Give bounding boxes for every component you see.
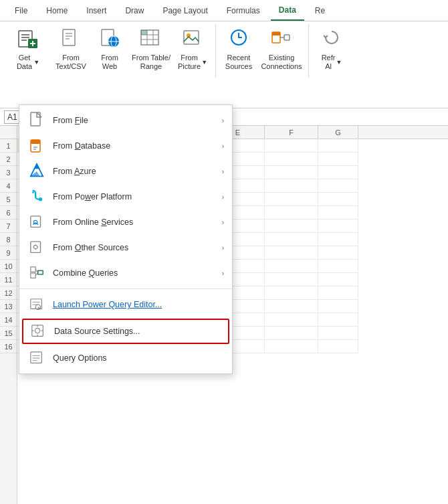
refresh-all-button[interactable]: RefrAl ▼	[313, 24, 350, 78]
from-database-label: From Database	[53, 141, 222, 151]
from-picture-label: FromPicture	[178, 54, 201, 71]
refresh-all-label: RefrAl	[322, 54, 336, 71]
get-data-dropdown-arrow: ▼	[33, 59, 39, 66]
tab-review[interactable]: Re	[307, 0, 333, 21]
from-power-platform-label: From Power Platform	[53, 192, 222, 201]
svg-point-55	[35, 328, 39, 333]
from-online-services-icon	[27, 213, 46, 232]
combine-queries-label: Combine Queries	[53, 268, 222, 278]
svg-rect-21	[184, 31, 199, 44]
menu-divider-1	[19, 288, 232, 289]
launch-pq-editor-icon	[27, 295, 46, 314]
tab-data[interactable]: Data	[271, 0, 304, 21]
from-text-csv-label: FromText/CSV	[55, 54, 86, 71]
refresh-all-arrow: ▼	[336, 59, 342, 66]
svg-rect-27	[284, 35, 290, 40]
from-online-services-label: From Online Services	[53, 218, 222, 227]
existing-connections-button[interactable]: ExistingConnections	[259, 24, 304, 78]
menu-item-from-other-sources[interactable]: From Other Sources ›	[19, 235, 232, 260]
existing-connections-icon	[269, 27, 294, 51]
data-source-settings-icon	[29, 322, 47, 341]
svg-rect-39	[31, 242, 41, 253]
svg-rect-37	[31, 216, 41, 228]
tab-home[interactable]: Home	[38, 0, 76, 21]
combine-queries-arrow: ›	[222, 270, 224, 277]
from-file-label: From File	[53, 116, 222, 125]
tab-formulas[interactable]: Formulas	[219, 0, 268, 21]
from-azure-arrow: ›	[222, 168, 224, 175]
menu-item-from-database[interactable]: From Database ›	[19, 133, 232, 159]
row-header-3: 3	[0, 166, 17, 179]
from-file-arrow: ›	[222, 117, 224, 124]
from-other-sources-label: From Other Sources	[53, 243, 222, 252]
tab-page-layout[interactable]: Page Layout	[154, 0, 215, 21]
svg-rect-46	[31, 273, 35, 278]
from-web-icon	[98, 27, 122, 51]
tab-draw[interactable]: Draw	[117, 0, 152, 21]
from-azure-label: From Azure	[53, 167, 222, 176]
menu-item-from-file[interactable]: From File ›	[19, 108, 232, 133]
from-table-range-icon	[139, 27, 163, 51]
menu-item-query-options[interactable]: Query Options	[19, 345, 232, 371]
ribbon: GetData ▼ FromText/CSV	[0, 21, 448, 108]
from-table-range-label: From Table/Range	[132, 54, 171, 71]
cell-g2[interactable]	[318, 153, 358, 166]
row-header-13: 13	[0, 300, 17, 313]
from-power-platform-arrow: ›	[222, 193, 224, 201]
recent-sources-label: RecentSources	[225, 54, 252, 71]
row-header-2: 2	[0, 153, 17, 166]
col-header-g: G	[318, 126, 358, 139]
row-header-14: 14	[0, 313, 17, 327]
menu-item-from-azure[interactable]: From Azure ›	[19, 159, 232, 184]
svg-point-36	[39, 197, 43, 201]
from-table-range-button[interactable]: From Table/Range	[130, 24, 173, 78]
get-data-icon	[16, 27, 40, 51]
row-header-1: 1	[0, 139, 17, 153]
cell-g1[interactable]	[318, 139, 358, 153]
menu-item-launch-pq-editor[interactable]: Launch Power Query Editor...	[19, 292, 232, 317]
row-header-10: 10	[0, 260, 17, 273]
svg-point-40	[33, 245, 37, 249]
svg-rect-30	[31, 140, 40, 144]
launch-pq-editor-label: Launch Power Query Editor...	[53, 300, 224, 309]
svg-rect-20	[141, 30, 147, 35]
ribbon-tab-bar: File Home Insert Draw Page Layout Formul…	[0, 0, 448, 21]
get-data-button[interactable]: GetData ▼	[5, 24, 51, 78]
query-options-label: Query Options	[53, 353, 224, 363]
menu-item-from-power-platform[interactable]: From Power Platform ›	[19, 184, 232, 209]
cell-f2[interactable]	[265, 153, 318, 166]
row-header-12: 12	[0, 286, 17, 300]
from-picture-arrow: ▼	[201, 59, 207, 66]
menu-item-data-source-settings[interactable]: Data Source Settings...	[22, 319, 229, 344]
cell-f1[interactable]	[265, 139, 318, 153]
refresh-all-icon	[320, 27, 344, 51]
from-power-platform-icon	[27, 187, 46, 206]
menu-item-from-online-services[interactable]: From Online Services ›	[19, 209, 232, 235]
from-online-services-arrow: ›	[222, 219, 224, 226]
combine-queries-icon	[27, 264, 46, 282]
row-header-6: 6	[0, 206, 17, 220]
svg-rect-7	[63, 29, 75, 46]
query-options-icon	[27, 349, 46, 367]
from-text-csv-button[interactable]: FromText/CSV	[52, 24, 90, 78]
from-file-icon	[27, 111, 46, 130]
from-web-label: FromWeb	[101, 54, 118, 71]
get-data-dropdown-menu: From File › From Database › From Azure ›	[19, 104, 233, 374]
menu-item-combine-queries[interactable]: Combine Queries ›	[19, 260, 232, 286]
tab-insert[interactable]: Insert	[78, 0, 114, 21]
col-header-f: F	[265, 126, 318, 139]
tab-file[interactable]: File	[7, 0, 35, 21]
existing-connections-label: ExistingConnections	[261, 54, 302, 71]
row-header-8: 8	[0, 233, 17, 246]
from-picture-button[interactable]: FromPicture ▼	[174, 24, 211, 78]
svg-rect-49	[38, 270, 43, 274]
svg-point-38	[33, 220, 37, 224]
svg-rect-25	[272, 32, 280, 35]
from-web-button[interactable]: FromWeb	[91, 24, 128, 78]
from-database-icon	[27, 137, 46, 155]
recent-sources-button[interactable]: RecentSources	[220, 24, 257, 78]
from-other-sources-icon	[27, 238, 46, 257]
row-header-15: 15	[0, 327, 17, 340]
from-text-csv-icon	[59, 27, 83, 51]
from-azure-icon	[27, 162, 46, 181]
